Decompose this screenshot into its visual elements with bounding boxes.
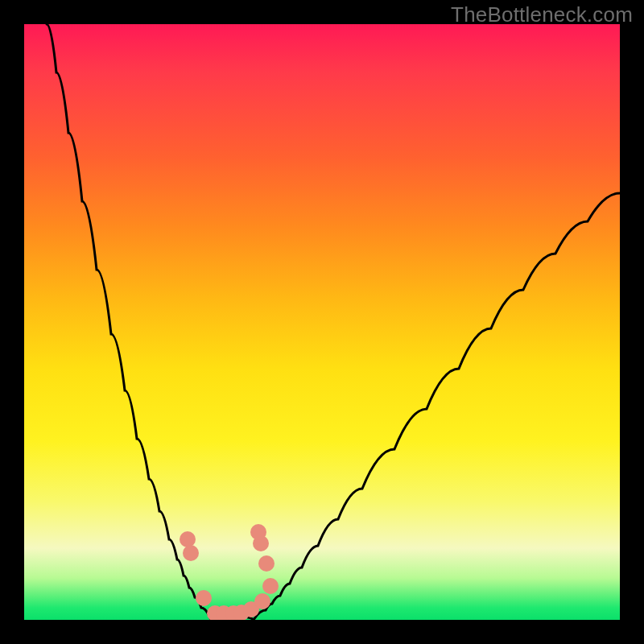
curve-left <box>47 24 211 620</box>
dot <box>258 555 275 572</box>
curve-right <box>254 193 620 620</box>
dot <box>180 531 196 547</box>
dot <box>254 593 270 609</box>
dot <box>196 590 212 606</box>
dot <box>250 524 266 540</box>
dot <box>183 545 199 561</box>
salmon-dots <box>180 524 279 620</box>
chart-frame: TheBottleneck.com <box>0 0 644 644</box>
dot <box>262 578 279 594</box>
curve-layer <box>24 24 620 620</box>
plot-area <box>24 24 620 620</box>
